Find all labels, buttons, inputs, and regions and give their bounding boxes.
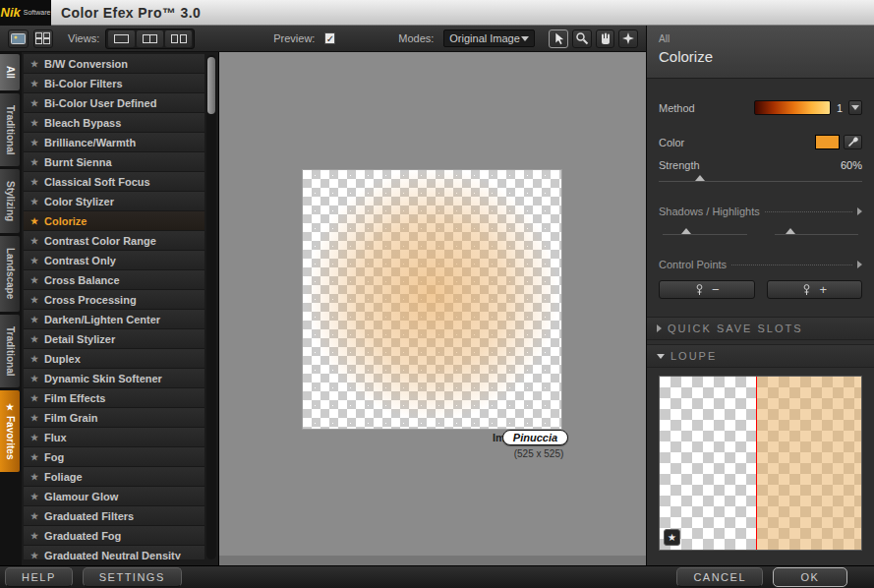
cancel-button[interactable]: CANCEL — [676, 567, 763, 587]
ok-button[interactable]: OK — [773, 567, 847, 587]
tab-landscape[interactable]: Landscape — [0, 236, 20, 311]
multi-preview-icon — [35, 32, 50, 44]
loupe-favorite-button[interactable]: ★ — [664, 529, 680, 546]
filter-label: Glamour Glow — [44, 491, 118, 502]
filter-item[interactable]: ★Graduated Fog — [24, 526, 204, 546]
help-button[interactable]: HELP — [5, 567, 73, 587]
filter-label: Detail Stylizer — [44, 333, 115, 345]
filter-item[interactable]: ★Fog — [24, 447, 204, 467]
filter-item[interactable]: ★Brilliance/Warmth — [24, 133, 204, 152]
filter-star-icon: ★ — [30, 492, 38, 501]
filter-item[interactable]: ★Graduated Neutral Density — [24, 546, 204, 559]
nik-logo-subtext: Software — [24, 9, 51, 16]
loupe-preview[interactable]: ★ — [659, 376, 862, 551]
settings-panel: All Colorize Method 1 Color — [646, 26, 874, 565]
tab-all[interactable]: All — [0, 54, 20, 90]
filter-label: Bi-Color Filters — [44, 78, 122, 89]
single-preview-button[interactable] — [8, 29, 29, 48]
sparkle-icon — [621, 31, 635, 45]
chevron-right-icon — [657, 324, 662, 332]
tab-traditional[interactable]: Traditional — [0, 93, 20, 167]
method-label: Method — [659, 102, 695, 114]
loupe-header[interactable]: LOUPE — [647, 344, 874, 368]
filter-item[interactable]: ★Bi-Color User Defined — [24, 93, 204, 113]
filter-item[interactable]: ★Flux — [24, 428, 204, 447]
filter-item[interactable]: ★Film Effects — [24, 388, 204, 408]
filter-star-icon: ★ — [30, 256, 38, 265]
method-value: 1 — [835, 102, 845, 114]
select-tool-button[interactable] — [549, 29, 568, 48]
filter-item[interactable]: ★Dynamic Skin Softener — [24, 369, 204, 388]
filter-list-scrollbar[interactable] — [206, 55, 216, 559]
filter-item[interactable]: ★Cross Balance — [24, 270, 204, 290]
color-swatch[interactable] — [815, 135, 840, 149]
filter-item[interactable]: ★Contrast Color Range — [24, 231, 204, 251]
preview-image[interactable] — [302, 169, 562, 430]
filter-label: Bi-Color User Defined — [44, 97, 156, 109]
multi-preview-button[interactable] — [33, 29, 54, 48]
add-control-point-button[interactable]: + — [767, 280, 863, 299]
view-split-button[interactable] — [137, 30, 163, 47]
loupe-split-line[interactable] — [756, 377, 757, 550]
remove-control-point-button[interactable]: − — [659, 280, 755, 299]
filter-item[interactable]: ★Classical Soft Focus — [24, 172, 204, 192]
filter-list: ★B/W Conversion★Bi-Color Filters★Bi-Colo… — [24, 54, 204, 559]
filter-item[interactable]: ★Burnt Sienna — [24, 152, 204, 172]
filter-item[interactable]: ★Glamour Glow — [24, 487, 204, 506]
control-points-header[interactable]: Control Points — [659, 259, 862, 270]
filter-star-icon: ★ — [30, 374, 38, 383]
filter-item[interactable]: ★Colorize — [24, 211, 204, 231]
slider-thumb[interactable] — [695, 175, 705, 181]
strength-slider[interactable] — [659, 174, 862, 182]
filter-item[interactable]: ★Cross Processing — [24, 290, 204, 310]
toolbar: Views: Preview: ✓ Modes: Original Image — [0, 26, 646, 52]
mode-select[interactable]: Original Image — [443, 29, 535, 47]
filter-label: Graduated Filters — [44, 510, 134, 522]
shadows-highlights-header[interactable]: Shadows / Highlights — [659, 206, 862, 217]
filter-item[interactable]: ★Darken/Lighten Center — [24, 310, 204, 329]
filter-star-icon: ★ — [30, 118, 38, 128]
chevron-down-icon — [851, 105, 859, 110]
filter-item[interactable]: ★Film Grain — [24, 408, 204, 428]
filter-item[interactable]: ★Duplex — [24, 349, 204, 369]
filter-item[interactable]: ★Color Stylizer — [24, 192, 204, 211]
filter-star-icon: ★ — [30, 531, 38, 541]
filter-item[interactable]: ★B/W Conversion — [24, 54, 204, 74]
filter-item[interactable]: ★Bi-Color Filters — [24, 74, 204, 93]
zoom-tool-button[interactable] — [572, 29, 592, 48]
filter-label: Colorize — [44, 215, 87, 227]
view-side-by-side-button[interactable] — [165, 30, 192, 47]
method-dropdown-button[interactable] — [848, 100, 862, 115]
shadows-slider[interactable] — [663, 227, 747, 235]
slider-thumb[interactable] — [786, 228, 795, 234]
tab-favorites[interactable]: ★Favorites — [0, 390, 20, 471]
slider-thumb[interactable] — [681, 228, 691, 234]
filter-label: Classical Soft Focus — [44, 176, 150, 188]
eyedropper-button[interactable] — [844, 135, 862, 149]
filter-item[interactable]: ★Contrast Only — [24, 251, 204, 270]
filter-item[interactable]: ★Bleach Bypass — [24, 113, 204, 133]
tab-label: Landscape — [5, 248, 16, 299]
image-name-badge: Pinuccia — [502, 430, 568, 445]
filter-label: Brilliance/Warmth — [44, 137, 136, 148]
quick-save-slots-label: QUICK SAVE SLOTS — [668, 323, 803, 334]
quick-save-slots-header[interactable]: QUICK SAVE SLOTS — [647, 317, 874, 340]
tab-stylizing[interactable]: Stylizing — [0, 169, 20, 233]
hand-tool-button[interactable] — [596, 29, 615, 48]
settings-button[interactable]: SETTINGS — [83, 567, 182, 587]
highlights-slider[interactable] — [775, 227, 859, 235]
image-caption: Im Pinuccia — [493, 430, 568, 445]
view-single-button[interactable] — [108, 30, 135, 47]
single-view-icon — [114, 34, 129, 43]
filter-star-icon: ★ — [30, 334, 38, 344]
filter-item[interactable]: ★Graduated Filters — [24, 506, 204, 526]
tab-traditional[interactable]: Traditional — [0, 315, 20, 388]
scrollbar-thumb[interactable] — [207, 57, 215, 114]
preview-checkbox[interactable]: ✓ — [324, 32, 335, 44]
compare-tool-button[interactable] — [618, 29, 638, 48]
filter-item[interactable]: ★Foliage — [24, 467, 204, 487]
method-dropdown[interactable]: 1 — [754, 100, 862, 115]
strength-label: Strength — [659, 159, 700, 171]
filter-item[interactable]: ★Detail Stylizer — [24, 329, 204, 349]
chevron-down-icon — [521, 36, 529, 41]
